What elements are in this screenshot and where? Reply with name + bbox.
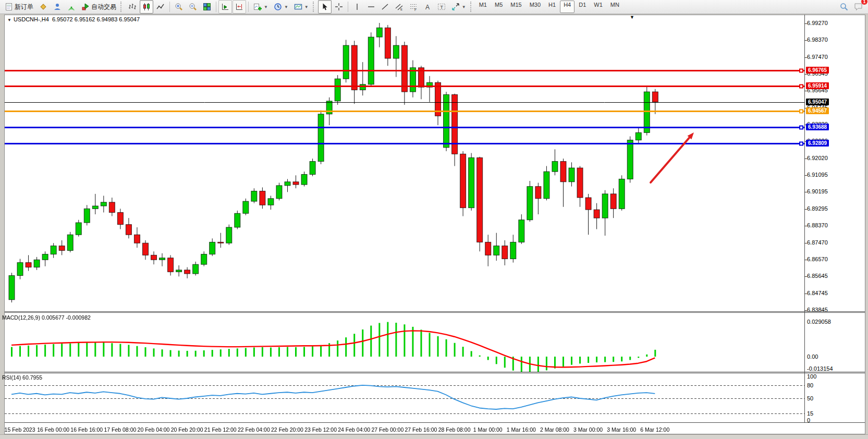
panel-separator [5, 373, 865, 373]
trendline-icon [381, 3, 389, 11]
dropdown-arrow-icon[interactable]: ▼ [462, 5, 466, 9]
tf-mn-button[interactable]: MN [607, 1, 623, 13]
text-button[interactable]: A [421, 0, 434, 14]
autotrade-button[interactable]: 自动交易 [79, 0, 119, 14]
tf-h1-button[interactable]: H1 [545, 1, 559, 13]
tf-m15-button[interactable]: M15 [507, 1, 525, 13]
panel-separator[interactable] [5, 372, 865, 372]
bar-chart-button[interactable] [126, 0, 139, 14]
mt4-application: 新订单自动交易▼▼▼EFAT▼M1M5M15M30H1H4D1W1MN1 ▼US… [0, 0, 868, 439]
price-axis-separator [804, 15, 805, 423]
crosshair-button[interactable] [332, 0, 346, 14]
cursor-icon [321, 3, 329, 11]
main-toolbar: 新订单自动交易▼▼▼EFAT▼M1M5M15M30H1H4D1W1MN1 [0, 0, 868, 14]
vertical-line-icon [353, 3, 361, 11]
price-tick: 6.88370 [807, 222, 828, 228]
svg-text:T: T [440, 4, 443, 10]
search-icon [840, 3, 848, 11]
toolbar-separator [169, 2, 170, 12]
dropdown-arrow-icon[interactable]: ▼ [304, 5, 309, 9]
dropdown-arrow-icon[interactable]: ▼ [264, 5, 268, 9]
templates-button[interactable]: ▼ [291, 0, 311, 14]
auto-scroll-button[interactable] [218, 0, 232, 14]
rsi-label: RSI(14) 60.7955 [2, 374, 42, 381]
chart-menu-icon[interactable]: ▼ [7, 18, 11, 22]
chart-shift-marker-icon[interactable]: ▼ [630, 15, 634, 20]
price-tick: 6.86570 [807, 256, 828, 262]
price-tick-mark [804, 294, 807, 294]
fibonacci-button[interactable]: F [407, 0, 420, 14]
toolbar-separator [348, 2, 348, 12]
signals-button[interactable] [65, 0, 78, 14]
main-chart-canvas[interactable] [5, 23, 804, 311]
zoom-out-button[interactable] [186, 0, 200, 14]
rsi-tick: 100 [807, 373, 816, 380]
text-label-button[interactable]: T [435, 0, 448, 14]
price-tick: 6.99270 [807, 20, 828, 26]
new-chart-icon [253, 3, 262, 11]
price-tick-mark [804, 91, 807, 91]
price-tick: 6.87470 [807, 239, 828, 246]
macd-panel-canvas[interactable] [5, 313, 804, 372]
tf-m5-button[interactable]: M5 [491, 1, 506, 13]
rsi-panel-canvas[interactable] [5, 373, 804, 422]
line-chart-button[interactable] [154, 0, 167, 14]
chart-shift-button[interactable] [233, 0, 246, 14]
trendline-button[interactable] [378, 0, 392, 14]
price-level-tag: 6.92809 [806, 140, 829, 147]
cursor-button[interactable] [318, 0, 332, 14]
toolbar-grip[interactable] [313, 2, 315, 12]
price-level-tag: 6.95047 [806, 99, 829, 105]
periods-button[interactable]: ▼ [271, 0, 291, 14]
profile-icon [53, 3, 62, 11]
tf-m1-button-label: M1 [479, 2, 487, 8]
tf-w1-button[interactable]: W1 [590, 1, 606, 13]
candle-chart-button[interactable] [140, 0, 153, 14]
price-tick-mark [804, 74, 807, 75]
vertical-line-button[interactable] [350, 0, 364, 14]
tf-h4-button[interactable]: H4 [560, 1, 574, 13]
notification-badge: 1 [861, 0, 867, 5]
price-tick-mark [804, 310, 807, 311]
zoom-in-button[interactable] [172, 0, 186, 14]
price-tick-mark [804, 209, 807, 210]
auto-scroll-icon [221, 3, 229, 11]
new-chart-button[interactable]: ▼ [251, 0, 271, 14]
price-tick-mark [804, 260, 807, 260]
new-order-button[interactable]: 新订单 [2, 0, 36, 14]
price-tick-mark [804, 276, 807, 277]
tf-d1-button[interactable]: D1 [575, 1, 590, 13]
panel-separator[interactable] [5, 311, 865, 312]
history-center-button[interactable] [36, 0, 50, 14]
arrows-button[interactable]: ▼ [449, 0, 469, 14]
toolbar-separator [216, 2, 216, 12]
community-button[interactable]: 1 [851, 0, 866, 14]
price-tick: 6.89295 [807, 205, 828, 212]
tf-mn-button-label: MN [610, 2, 619, 8]
macd-label: MACD(12,26,9) 0.005677 -0.000982 [2, 314, 91, 321]
toolbar-grip[interactable] [470, 2, 473, 12]
search-button[interactable] [837, 0, 851, 14]
tf-m30-button-label: M30 [530, 2, 541, 8]
dropdown-arrow-icon[interactable]: ▼ [284, 5, 288, 9]
new-order-button-label: 新订单 [15, 3, 33, 11]
zoom-out-icon [189, 3, 197, 11]
crosshair-icon [335, 3, 343, 11]
tile-windows-button[interactable] [200, 0, 214, 14]
price-tick: 6.98370 [807, 36, 828, 43]
tf-m30-button[interactable]: M30 [526, 1, 544, 13]
rsi-tick: 0 [807, 417, 810, 423]
bar-chart-icon [128, 3, 137, 11]
time-axis-separator [5, 422, 865, 423]
macd-tick: -0.013154 [807, 365, 833, 372]
horizontal-line-button[interactable] [364, 0, 378, 14]
rsi-tick: 80 [807, 382, 813, 388]
toolbar-grip[interactable] [120, 2, 123, 12]
macd-tick: 0.00 [807, 353, 818, 360]
templates-icon [294, 3, 302, 11]
profile-button[interactable] [51, 0, 64, 14]
tf-m1-button[interactable]: M1 [475, 1, 491, 13]
signals-icon [67, 3, 76, 11]
price-tick-mark [804, 192, 807, 192]
channel-button[interactable]: E [393, 0, 406, 14]
